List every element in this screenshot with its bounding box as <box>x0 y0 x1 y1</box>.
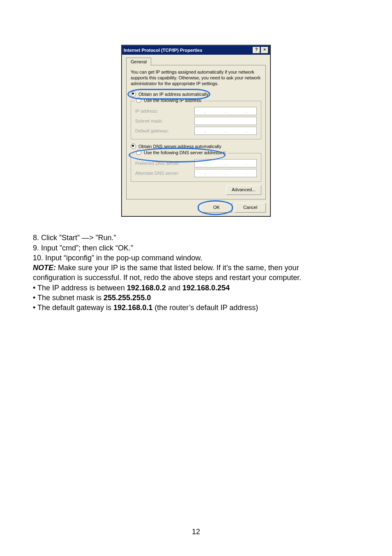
t: and <box>166 284 182 292</box>
note-line-1: NOTE: Make sure your IP is the same that… <box>33 263 359 273</box>
ok-button[interactable]: OK <box>201 203 232 213</box>
input-preferred-dns[interactable]: ... <box>194 159 257 167</box>
radio-label: Use the following IP address: <box>144 98 202 103</box>
tcpip-properties-dialog: Internet Protocol (TCP/IP) Properties ? … <box>122 45 270 216</box>
tab-general[interactable]: General <box>126 58 151 65</box>
field-ip-address: IP address: ... <box>135 107 257 115</box>
advanced-button[interactable]: Advanced... <box>226 185 261 195</box>
ip-high: 192.168.0.254 <box>182 284 230 292</box>
radio-icon <box>131 144 136 149</box>
intro-text: You can get IP settings assigned automat… <box>131 70 261 86</box>
step-8: 8. Click ”Start” —> ”Run.” <box>33 233 359 243</box>
dialog-body: General You can get IP settings assigned… <box>122 55 270 216</box>
input-subnet[interactable] <box>194 117 257 125</box>
t: • The IP address is between <box>33 284 127 292</box>
page: Internet Protocol (TCP/IP) Properties ? … <box>0 0 392 556</box>
label-ip-address: IP address: <box>135 109 193 114</box>
dialog-title: Internet Protocol (TCP/IP) Properties <box>124 48 202 53</box>
radio-icon <box>136 150 141 155</box>
note-text-a: Make sure your IP is the same that liste… <box>56 264 299 272</box>
group-ip-manual: Use the following IP address: IP address… <box>131 101 261 139</box>
field-gateway: Default gateway: ... <box>135 127 257 135</box>
advanced-row: Advanced... <box>131 185 261 195</box>
bullet-ip: • The IP address is between 192.168.0.2 … <box>33 283 359 293</box>
doc-text: 8. Click ”Start” —> ”Run.” 9. Input ”cmd… <box>33 233 359 313</box>
field-subnet: Subnet mask: <box>135 117 257 125</box>
label-subnet: Subnet mask: <box>135 118 193 123</box>
group-dns-manual: Use the following DNS server addresses: … <box>131 153 261 182</box>
t: • The subnet mask is <box>33 294 104 302</box>
label-alternate-dns: Alternate DNS server: <box>135 171 193 176</box>
radio-label: Use the following DNS server addresses: <box>144 150 226 155</box>
t: (the router’s default IP address) <box>152 303 258 312</box>
input-gateway[interactable]: ... <box>194 127 257 135</box>
note-line-2: configuration is successful. If not, red… <box>33 273 359 283</box>
t: • The default gateway is <box>33 303 113 312</box>
radio-obtain-ip-auto[interactable]: Obtain an IP address automatically <box>131 90 261 97</box>
close-button[interactable]: × <box>261 47 268 53</box>
step-10: 10. Input “ipconfig” in the pop-up comma… <box>33 253 359 263</box>
step-9: 9. Input ”cmd”; then click “OK.” <box>33 243 359 253</box>
radio-label: Obtain DNS server address automatically <box>138 144 221 149</box>
tab-page: You can get IP settings assigned automat… <box>126 65 266 199</box>
field-alternate-dns: Alternate DNS server: ... <box>135 169 257 177</box>
input-alternate-dns[interactable]: ... <box>194 169 257 177</box>
page-number: 12 <box>0 528 392 536</box>
radio-icon <box>136 97 141 103</box>
note-prefix: NOTE: <box>33 264 56 272</box>
radio-use-following-dns[interactable]: Use the following DNS server addresses: <box>134 150 228 155</box>
dialog-titlebar: Internet Protocol (TCP/IP) Properties ? … <box>122 46 270 55</box>
gateway-value: 192.168.0.1 <box>113 303 152 312</box>
dialog-button-row: OK Cancel <box>126 199 266 213</box>
radio-icon <box>131 91 136 97</box>
ip-low: 192.168.0.2 <box>127 284 166 292</box>
label-preferred-dns: Preferred DNS server: <box>135 161 193 166</box>
radio-use-following-ip[interactable]: Use the following IP address: <box>134 97 204 103</box>
label-gateway: Default gateway: <box>135 128 193 133</box>
bullet-subnet: • The subnet mask is 255.255.255.0 <box>33 293 359 303</box>
input-ip-address[interactable]: ... <box>194 107 257 115</box>
cancel-button[interactable]: Cancel <box>235 203 266 213</box>
subnet-value: 255.255.255.0 <box>104 294 151 302</box>
radio-obtain-dns-auto[interactable]: Obtain DNS server address automatically <box>131 143 261 150</box>
field-preferred-dns: Preferred DNS server: ... <box>135 159 257 167</box>
bullet-gateway: • The default gateway is 192.168.0.1 (th… <box>33 303 359 313</box>
help-button[interactable]: ? <box>253 47 260 53</box>
radio-label: Obtain an IP address automatically <box>138 92 208 97</box>
